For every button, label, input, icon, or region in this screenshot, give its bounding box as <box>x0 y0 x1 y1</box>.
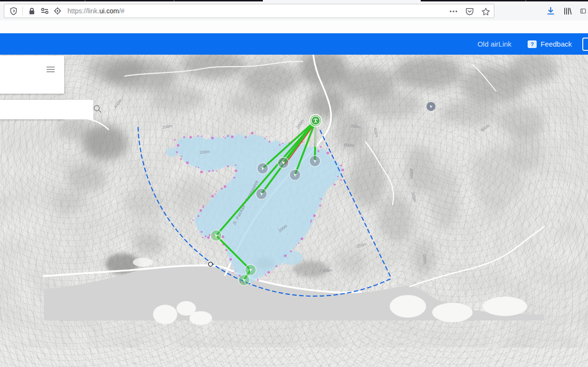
cpe-marker[interactable] <box>257 163 268 174</box>
client-marker[interactable] <box>211 230 222 241</box>
contour-label: 200m <box>422 254 427 264</box>
sidebar-icon[interactable] <box>580 7 586 15</box>
library-icon[interactable] <box>563 7 572 15</box>
contour-label: 300m <box>322 268 332 273</box>
menu-icon[interactable] <box>47 67 55 74</box>
map-canvas[interactable]: 400m200m200m200m200m400m600m400m200m200m… <box>0 55 588 367</box>
side-panel[interactable] <box>0 56 64 94</box>
ap-marker[interactable] <box>309 115 322 127</box>
search-panel <box>0 100 64 119</box>
poi-marker[interactable] <box>209 262 213 267</box>
shield-icon[interactable] <box>9 7 18 15</box>
contour-label: 600m <box>344 142 354 148</box>
feedback-question-icon: ? <box>528 40 537 48</box>
location-icon[interactable] <box>53 7 62 15</box>
client-marker[interactable] <box>239 275 250 286</box>
cpe-marker[interactable] <box>289 169 300 180</box>
permissions-icon[interactable] <box>40 7 49 15</box>
search-input[interactable] <box>0 100 93 119</box>
url-text[interactable]: https://link.ui.com/# <box>67 7 125 15</box>
page-actions-icon[interactable] <box>449 7 458 16</box>
search-icon[interactable] <box>93 105 102 115</box>
standalone-device-marker[interactable] <box>426 102 435 111</box>
signin-button-partial[interactable] <box>582 38 588 51</box>
cpe-marker[interactable] <box>309 155 320 166</box>
pocket-icon[interactable] <box>465 7 474 16</box>
client-marker[interactable] <box>245 264 256 275</box>
app-header: Old airLink ? Feedback <box>0 33 588 55</box>
cpe-marker[interactable] <box>256 188 267 199</box>
contour-label: 200m <box>200 149 210 155</box>
browser-toolbar: https://link.ui.com/# <box>0 1 588 20</box>
bookmarks-belt <box>0 20 588 33</box>
download-icon[interactable] <box>546 7 555 15</box>
bookmark-star-icon[interactable] <box>482 7 490 16</box>
contour-label: 400m <box>409 168 414 179</box>
old-airlink-link[interactable]: Old airLink <box>477 40 511 48</box>
cpe-marker[interactable] <box>278 157 289 168</box>
url-bar[interactable]: https://link.ui.com/# <box>4 4 494 18</box>
lock-icon[interactable] <box>28 7 36 15</box>
coverage-patch <box>280 251 303 265</box>
feedback-link[interactable]: ? Feedback <box>528 40 572 48</box>
